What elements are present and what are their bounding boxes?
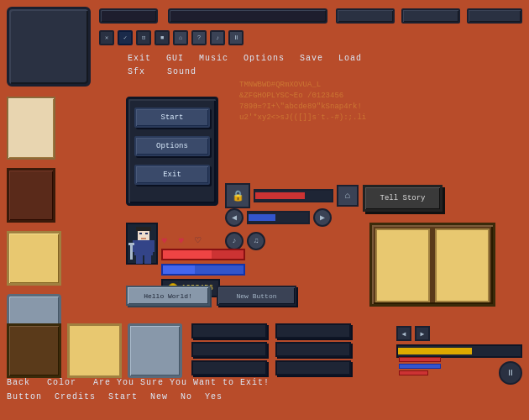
left-arrow-button[interactable]: ◀ [225,208,244,227]
top-button-5[interactable] [467,8,522,24]
font-line1: TMNWBWD#QRmXOVUA_L [239,80,366,91]
mp-bar [161,264,245,276]
dark-btn-5[interactable] [275,342,351,357]
check-icon[interactable]: ✓ [118,30,133,45]
hp-bar [161,249,245,260]
options-button[interactable]: Options [134,136,210,156]
bottom-brown-panel [7,323,61,378]
top-left-panel [7,7,91,87]
heart-row: ♥ ♥ ♡ [161,235,208,247]
top-button-1[interactable] [99,8,158,24]
stack-bar-red-1 [399,357,441,362]
start-label-bottom[interactable]: Start [108,392,138,402]
bottom-right-controls: ◀ ▶ ⏸ [396,326,522,385]
control-row-2: ◀ ▶ [225,208,332,227]
start-button[interactable]: Start [134,108,210,128]
square-icon[interactable]: ■ [155,30,170,45]
slider-2[interactable] [247,211,310,224]
bottom-progress-bar[interactable] [396,344,522,358]
bottom-tan-panel [67,323,122,378]
no-label[interactable]: No [181,392,192,402]
main-menu-panel: Start Options Exit [126,97,218,206]
button-label[interactable]: Button [7,392,42,402]
new-button[interactable]: New Button [217,286,296,306]
font-line2: &ZFGHOPLYSC~Eo /0123456 [239,91,366,102]
new-label-bottom[interactable]: New [150,392,168,402]
gui-label[interactable]: GUI [166,54,184,63]
svg-rect-9 [136,227,151,231]
heart-3: ♡ [195,235,208,247]
main-container: ✕ ✓ ⊡ ■ ⌂ ? ♪ ⏸ Exit GUI Music Options S… [0,0,529,420]
bottom-right-arrow[interactable]: ▶ [415,326,430,341]
home-button[interactable]: ⌂ [337,185,359,207]
pause-icon[interactable]: ⏸ [228,30,244,45]
stacked-bars [399,357,441,375]
brown-panel [7,168,55,223]
heart-1: ♥ [161,235,175,247]
nav-labels-row1: Exit GUI Music Options Save Load [128,54,362,63]
bottom-gray-panel [128,323,182,378]
nav-labels-row2: Sfx Sound [128,67,196,76]
right-arrow-button[interactable]: ▶ [313,208,332,227]
control-row-1: 🔒 ⌂ [225,183,359,208]
bottom-left-arrow[interactable]: ◀ [396,326,411,341]
bottom-dark-btns-2 [275,323,351,375]
sfx-label[interactable]: Sfx [128,67,145,76]
bottom-dark-btns [191,323,267,375]
lock-button[interactable]: 🔒 [225,183,250,208]
home-icon[interactable]: ⌂ [173,30,188,45]
yellow-panel [7,231,61,286]
dark-btn-3[interactable] [191,360,267,375]
slider-1[interactable] [254,189,333,202]
arrow-buttons-row: ◀ ▶ [396,326,522,341]
top-button-2[interactable] [168,8,327,24]
load-label[interactable]: Load [338,54,362,63]
right-panel-right [435,228,490,302]
stack-bar-blue-1 [399,364,441,369]
music-label[interactable]: Music [199,54,228,63]
exit-label[interactable]: Exit [128,54,151,63]
top-button-3[interactable] [336,8,395,24]
top-button-4[interactable] [401,8,460,24]
dark-btn-2[interactable] [191,342,267,357]
music-icon[interactable]: ♪ [210,30,225,45]
x-icon[interactable]: ✕ [99,30,114,45]
back-label[interactable]: Back [7,378,30,387]
exit-confirm-label: Are You Sure You Want to Exit! [93,378,270,387]
question-icon[interactable]: ? [191,30,207,45]
tell-story-button[interactable]: Tell Story [363,185,443,212]
right-panel-left [375,228,430,302]
bottom-labels-row1: Back Color Are You Sure You Want to Exit… [7,378,270,387]
pause-button[interactable]: ⏸ [499,361,522,385]
stack-bar-red-2 [399,370,428,375]
dark-btn-6[interactable] [275,360,351,375]
right-panel [369,223,495,307]
icon-row: ✕ ✓ ⊡ ■ ⌂ ? ♪ ⏸ [99,30,244,45]
monitor-icon[interactable]: ⊡ [136,30,151,45]
health-area: ♥ ♥ ♡ 1023456 [126,234,285,284]
color-label[interactable]: Color [47,378,76,387]
font-line3: 7890=?I+\"abcde89"kSnap4rk! [239,102,366,113]
yes-label[interactable]: Yes [205,392,223,402]
font-line4: u2'*xy2<>sJ(([]]s`t.-#):;.li [239,113,366,123]
font-display: TMNWBWD#QRmXOVUA_L &ZFGHOPLYSC~Eo /01234… [239,80,366,123]
heart-2: ♥ [178,235,191,247]
hello-world-button[interactable]: Hello World! [126,286,210,306]
tan-panel [7,97,55,160]
options-label[interactable]: Options [244,54,285,63]
sound-label[interactable]: Sound [167,67,196,76]
exit-button[interactable]: Exit [134,165,210,185]
credits-label[interactable]: Credits [55,392,96,402]
save-label[interactable]: Save [300,54,323,63]
bottom-labels-row2: Button Credits Start New No Yes [7,392,223,402]
dark-btn-4[interactable] [275,323,351,339]
dark-btn-1[interactable] [191,323,267,339]
